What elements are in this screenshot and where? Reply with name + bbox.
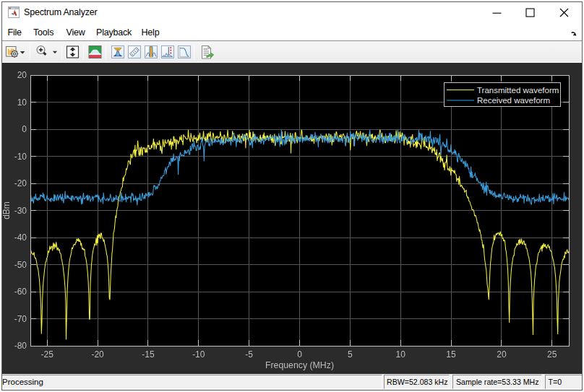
svg-text:-40: -40 [14, 232, 27, 243]
svg-text:-60: -60 [14, 287, 27, 297]
svg-text:25: 25 [547, 349, 557, 360]
scope-figure: -25-20-15-10-5051015202520100-10-20-30-4… [0, 63, 584, 374]
status-bar: Processing RBW=52.083 kHz Sample rate=53… [0, 374, 584, 392]
toolbar-separator [194, 44, 194, 60]
toolbar-separator [106, 44, 106, 60]
svg-text:-70: -70 [14, 314, 27, 324]
toolbar-separator [61, 44, 62, 60]
minimize-button[interactable] [480, 1, 513, 24]
svg-text:-80: -80 [14, 341, 27, 351]
spectrum-analyzer-window: Spectrum Analyzer File Tools View Playba… [0, 0, 584, 392]
maximize-icon [525, 8, 535, 17]
svg-text:10: 10 [17, 97, 27, 108]
configuration-properties-button[interactable] [5, 41, 27, 63]
dock-arrow-icon[interactable] [571, 31, 577, 36]
status-rbw: RBW=52.083 kHz [384, 375, 450, 389]
legend-label: Transmitted waveform [477, 86, 559, 95]
svg-text:-10: -10 [14, 152, 27, 162]
gear-icon [11, 50, 18, 57]
menu-playback[interactable]: Playback [96, 25, 132, 40]
svg-text:15: 15 [446, 349, 456, 360]
menu-tools[interactable]: Tools [33, 25, 53, 40]
toolbar [0, 40, 584, 63]
svg-text:-20: -20 [91, 349, 104, 360]
svg-text:5: 5 [348, 349, 353, 360]
svg-text:0: 0 [22, 124, 27, 134]
legend[interactable]: Transmitted waveformReceived waveform [445, 83, 561, 107]
distortion-measurements-button[interactable] [144, 41, 158, 63]
status-time: T=0 [545, 375, 583, 389]
peak-finder-button[interactable] [160, 41, 175, 63]
status-message: Processing [1, 375, 382, 389]
spectrum-plot[interactable]: -25-20-15-10-5051015202520100-10-20-30-4… [0, 63, 584, 374]
menu-bar: File Tools View Playback Help [0, 25, 584, 40]
minimize-icon [492, 8, 502, 17]
spectrum-settings-button[interactable] [88, 41, 103, 63]
close-icon [559, 8, 569, 17]
status-sample-rate: Sample rate=53.33 MHz [452, 375, 542, 389]
matlab-scope-window-icon [8, 6, 20, 18]
menu-help[interactable]: Help [142, 25, 160, 40]
title-bar[interactable]: Spectrum Analyzer [0, 0, 584, 25]
svg-text:0: 0 [297, 349, 302, 360]
svg-text:-15: -15 [142, 349, 155, 360]
ccdf-measurements-button[interactable] [177, 41, 192, 63]
svg-text:-10: -10 [192, 349, 205, 360]
svg-text:-25: -25 [41, 349, 54, 360]
toolbar-separator [30, 44, 30, 60]
maximize-button[interactable] [513, 1, 546, 24]
menu-file[interactable]: File [8, 25, 22, 40]
window-title: Spectrum Analyzer [24, 0, 98, 25]
toolbar-separator [83, 44, 84, 60]
y-axis-label: dBm [1, 201, 12, 219]
legend-label: Received waveform [477, 96, 550, 105]
svg-text:10: 10 [396, 349, 406, 360]
svg-text:-5: -5 [245, 349, 253, 360]
svg-text:-30: -30 [14, 206, 27, 216]
svg-text:20: 20 [497, 349, 507, 360]
close-button[interactable] [547, 1, 580, 24]
svg-text:-50: -50 [14, 260, 27, 270]
svg-text:20: 20 [17, 70, 27, 80]
scale-y-axis-button[interactable] [66, 41, 80, 63]
channel-measurements-button[interactable] [111, 41, 125, 63]
playback-step-button[interactable] [199, 41, 217, 63]
x-axis-label: Frequency (MHz) [265, 360, 334, 370]
svg-text:-20: -20 [14, 178, 27, 188]
menu-view[interactable]: View [66, 25, 85, 40]
cursor-measurements-button[interactable] [127, 41, 142, 63]
zoom-tools-button[interactable] [34, 41, 60, 63]
